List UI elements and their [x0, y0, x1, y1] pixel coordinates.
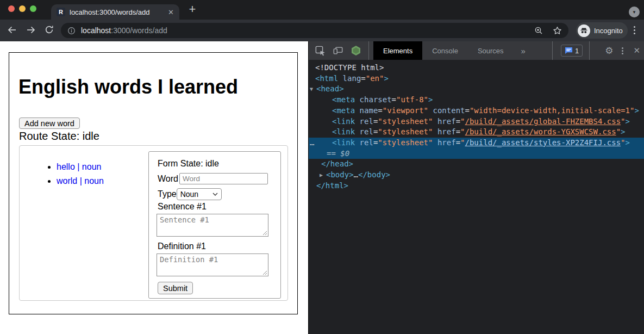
definition-label: Definition #1	[158, 242, 272, 251]
incognito-label: Incognito	[594, 27, 623, 35]
devtools-tabs: ElementsConsoleSources	[373, 41, 514, 60]
code-line[interactable]: ▼<head>	[309, 84, 644, 95]
tab-close-icon[interactable]: ✕	[168, 8, 174, 16]
issues-bubble-icon	[565, 47, 573, 54]
page-title: English words I learned	[18, 76, 238, 98]
add-new-word-button[interactable]: Add new word	[19, 117, 80, 129]
sentence-textarea[interactable]: Sentence #1	[157, 214, 268, 237]
tab-search-button[interactable]: ▼	[629, 7, 640, 17]
incognito-badge[interactable]: Incognito	[576, 22, 628, 39]
tab-title: localhost:3000/words/add	[70, 8, 168, 16]
code-line[interactable]: </head>	[309, 159, 644, 170]
word-list-item: world | noun	[57, 174, 104, 188]
word-list: hello | nounworld | noun	[20, 160, 104, 188]
bookmark-star-icon[interactable]	[553, 26, 562, 35]
code-line[interactable]: <html lang="en">	[309, 73, 644, 84]
submit-button[interactable]: Submit	[158, 282, 193, 294]
devtools-menu-icon[interactable]	[622, 50, 623, 52]
code-line[interactable]: <meta name="viewport" content="width=dev…	[309, 106, 644, 116]
code-line[interactable]: <!DOCTYPE html>	[309, 63, 644, 73]
type-label: Type	[158, 189, 177, 199]
chevron-down-icon	[212, 193, 218, 196]
back-icon[interactable]	[7, 26, 17, 36]
issues-counter[interactable]: 1	[561, 45, 583, 57]
zoom-window-button[interactable]	[30, 5, 36, 12]
more-tabs-icon[interactable]: »	[521, 46, 526, 55]
device-toolbar-icon[interactable]	[333, 46, 343, 55]
code-line[interactable]: <link rel="stylesheet" href="/build/_ass…	[309, 127, 644, 138]
browser-tab[interactable]: R localhost:3000/words/add ✕	[51, 4, 179, 20]
app-container: English words I learned Add new word Rou…	[9, 52, 298, 314]
devtools-tab-sources[interactable]: Sources	[468, 41, 514, 60]
info-icon[interactable]	[67, 27, 76, 35]
close-window-button[interactable]	[8, 5, 15, 12]
titlebar: R localhost:3000/words/add ✕ + ▼	[0, 0, 644, 20]
word-label: Word	[158, 174, 178, 184]
resize-grip-icon[interactable]	[262, 270, 267, 275]
remix-favicon-icon: R	[57, 8, 65, 16]
code-line[interactable]: == $0	[309, 149, 644, 159]
words-panel: hello | nounworld | noun Form State: idl…	[19, 145, 288, 301]
devtools-close-icon[interactable]: ✕	[633, 46, 640, 55]
devtools-tab-console[interactable]: Console	[422, 41, 468, 60]
type-select[interactable]: Noun	[177, 188, 222, 200]
form-state-text: Form State: idle	[158, 158, 272, 169]
code-line[interactable]: ▶<body>…</body>	[309, 170, 644, 181]
browser-menu-icon[interactable]	[634, 29, 635, 31]
devtools-toolbar: ElementsConsoleSources » 1 ⚙ ✕	[309, 41, 644, 60]
extension-hexagon-icon[interactable]	[351, 45, 361, 56]
devtools-panel: ElementsConsoleSources » 1 ⚙ ✕ <!DOCTYPE…	[308, 41, 644, 334]
resize-grip-icon[interactable]	[262, 230, 267, 236]
url-text: localhost:3000/words/add	[81, 26, 167, 35]
new-tab-button[interactable]: +	[186, 2, 199, 16]
devtools-tab-elements[interactable]: Elements	[373, 41, 422, 60]
definition-textarea[interactable]: Definition #1	[157, 253, 268, 276]
code-line[interactable]: <meta charset="utf-8">	[309, 95, 644, 106]
route-state-text: Route State: idle	[19, 130, 99, 143]
code-line[interactable]: </html>	[309, 181, 644, 191]
more-actions-ellipsis-icon[interactable]: …	[310, 138, 314, 149]
sentence-label: Sentence #1	[158, 202, 272, 212]
code-line[interactable]: <link rel="stylesheet" href="/build/_ass…	[309, 116, 644, 127]
url-bar[interactable]: localhost:3000/words/add	[61, 23, 568, 38]
zoom-icon[interactable]	[534, 26, 543, 35]
forward-icon[interactable]	[26, 26, 36, 36]
devtools-settings-icon[interactable]: ⚙	[605, 45, 613, 57]
word-link[interactable]: hello | noun	[57, 162, 101, 171]
reload-icon[interactable]	[45, 25, 54, 36]
word-list-item: hello | noun	[57, 160, 104, 174]
web-page: English words I learned Add new word Rou…	[0, 41, 308, 334]
inspect-element-icon[interactable]	[315, 46, 326, 56]
code-line[interactable]: …<link rel="stylesheet" href="/build/_as…	[309, 138, 644, 149]
incognito-icon	[578, 24, 590, 37]
word-link[interactable]: world | noun	[57, 176, 104, 185]
add-word-form: Form State: idle Word Type Noun Sentence…	[148, 151, 281, 299]
dom-tree: <!DOCTYPE html><html lang="en">▼<head><m…	[309, 60, 644, 334]
word-input[interactable]	[179, 173, 268, 184]
minimize-window-button[interactable]	[19, 5, 26, 12]
